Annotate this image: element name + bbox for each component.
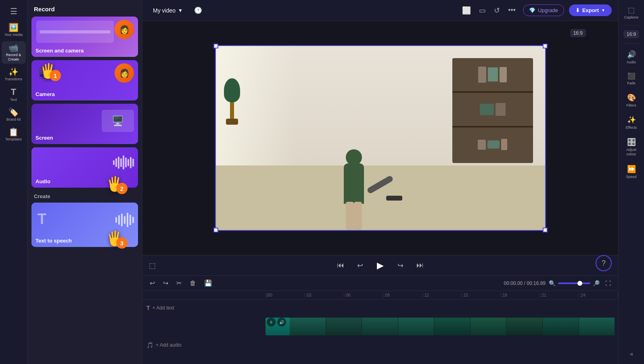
audio-card[interactable]: Audio xyxy=(31,147,138,188)
add-text-button[interactable]: + Add text xyxy=(153,305,174,311)
frame-3 xyxy=(362,318,398,335)
right-panel: ⬚ Captions 16:9 🔊 Audio ⬛ Fade 🎨 Filters… xyxy=(618,0,644,364)
aspect-ratio-control[interactable]: 16:9 xyxy=(623,30,639,38)
right-panel-effects[interactable]: ✨ Effects xyxy=(620,112,643,133)
history-button[interactable]: 🕐 xyxy=(192,4,205,17)
add-audio-button[interactable]: + Add audio xyxy=(156,342,182,348)
aspect-ratio-badge[interactable]: 16:9 xyxy=(570,27,586,39)
mute-track-button[interactable]: 🔊 xyxy=(277,318,286,326)
export-button[interactable]: ⬇ Export ▼ xyxy=(569,4,612,16)
tts-waveform xyxy=(115,213,134,227)
ruler-mark: :27 xyxy=(618,293,618,297)
canvas-handle-tl[interactable] xyxy=(213,44,218,48)
timeline-tracks: T + Add text ⏸ 🔊 xyxy=(142,300,618,353)
audio-panel-icon: 🔊 xyxy=(627,50,636,59)
ruler-mark: |00 xyxy=(266,293,305,297)
tts-label: Text to speech xyxy=(36,238,72,244)
canvas-handle-tr[interactable] xyxy=(543,44,548,48)
camera-card[interactable]: 👩 📱 Camera xyxy=(31,60,138,100)
timeline-ruler: |00 :03 :06 :09 :12 :15 :18 :21 :24 :27 … xyxy=(142,291,618,300)
skip-to-start-button[interactable]: ⏮ xyxy=(335,259,347,272)
captions-panel-button[interactable]: ⬚ Captions xyxy=(620,3,643,22)
top-bar: My video ▼ 🕐 ⬜ ▭ ↺ ••• 💎 Upgrade ⬇ Expor… xyxy=(142,0,618,21)
zoom-thumb xyxy=(577,281,582,286)
create-section-header: Create xyxy=(27,188,142,203)
delete-button[interactable]: 🗑 xyxy=(187,278,199,289)
frame-8 xyxy=(543,318,579,335)
fade-panel-icon: ⬛ xyxy=(627,72,636,80)
right-panel-audio[interactable]: 🔊 Audio xyxy=(620,47,643,67)
video-scene xyxy=(216,46,545,230)
zoom-slider[interactable] xyxy=(558,282,590,284)
playback-bar: ⬚ ⏮ ↩ ▶ ↪ ⏭ ⛶ xyxy=(142,255,618,275)
effects-panel-icon: ✨ xyxy=(627,115,636,124)
right-panel-speed[interactable]: ⏩ Speed xyxy=(620,161,643,182)
step-back-button[interactable]: ↩ xyxy=(355,259,366,272)
scene-floor xyxy=(216,165,545,230)
text-to-speech-card[interactable]: T Text to speech xyxy=(31,203,138,247)
record-panel: Record 👩 Screen and camera 👩 📱 Camera 🖥️… xyxy=(27,0,142,364)
undo-timeline-button[interactable]: ↩ xyxy=(147,278,157,289)
left-sidebar: ☰ 🖼️ Your media 📹 Record &Create ✨ Trans… xyxy=(0,0,27,364)
pause-track-button[interactable]: ⏸ xyxy=(267,318,276,326)
video-track-frames xyxy=(290,318,615,335)
play-button[interactable]: ▶ xyxy=(374,257,387,274)
ruler-mark: :03 xyxy=(305,293,344,297)
step-forward-button[interactable]: ↪ xyxy=(395,259,406,272)
record-panel-title: Record xyxy=(27,0,142,17)
aspect-ratio-label: 16:9 xyxy=(570,29,586,37)
sidebar-item-text[interactable]: T Text xyxy=(2,85,26,104)
undo-button[interactable]: ↺ xyxy=(491,4,502,17)
right-panel-adjust[interactable]: 🎛️ Adjust colour xyxy=(620,134,643,160)
video-title-text: My video xyxy=(153,7,176,14)
your-media-icon: 🖼️ xyxy=(8,23,19,31)
video-track-row: ⏸ 🔊 xyxy=(142,316,618,337)
redo-timeline-button[interactable]: ↪ xyxy=(161,278,171,289)
expand-timeline-button[interactable]: ⛶ xyxy=(603,278,613,288)
crop-button[interactable]: ⬜ xyxy=(460,4,473,17)
upgrade-button[interactable]: 💎 Upgrade xyxy=(523,4,564,16)
sidebar-item-record[interactable]: 📹 Record &Create xyxy=(2,41,26,64)
frame-7 xyxy=(506,318,543,335)
screen-and-camera-card[interactable]: 👩 Screen and camera xyxy=(31,17,138,57)
zoom-out-icon[interactable]: 🔍 xyxy=(549,280,556,287)
tts-t-icon: T xyxy=(38,211,46,228)
right-panel-collapse-icon[interactable]: ▼ xyxy=(628,351,634,357)
record-cards-list: 👩 Screen and camera 👩 📱 Camera 🖥️ Screen xyxy=(27,17,142,188)
captions-button[interactable]: ⬚ xyxy=(149,261,156,270)
transitions-icon: ✨ xyxy=(8,68,19,76)
templates-icon: 📋 xyxy=(8,128,19,136)
sidebar-item-brand-kit[interactable]: 🏷️ Brand kit xyxy=(2,106,26,124)
cut-button[interactable]: ✂ xyxy=(174,278,184,289)
skip-to-end-button[interactable]: ⏭ xyxy=(414,259,426,272)
resize-button[interactable]: ▭ xyxy=(477,4,488,17)
sidebar-item-your-media[interactable]: 🖼️ Your media xyxy=(2,21,26,40)
audio-track-row: 🎵 + Add audio xyxy=(142,339,618,351)
effects-panel-label: Effects xyxy=(626,126,637,130)
more-options-button[interactable]: ••• xyxy=(506,4,518,17)
zoom-in-icon[interactable]: 🔎 xyxy=(593,280,600,287)
help-button[interactable]: ? xyxy=(596,255,612,271)
screen-card[interactable]: 🖥️ Screen xyxy=(31,104,138,144)
video-title-button[interactable]: My video ▼ xyxy=(149,5,187,16)
hamburger-menu-button[interactable]: ☰ xyxy=(7,3,21,19)
top-bar-controls: ⬜ ▭ ↺ ••• xyxy=(460,4,518,17)
person-figure xyxy=(338,149,370,230)
video-track[interactable] xyxy=(266,318,615,335)
canvas-handle-br[interactable] xyxy=(543,228,548,232)
sidebar-item-transitions[interactable]: ✨ Transitions xyxy=(2,65,26,84)
frame-2 xyxy=(326,318,362,335)
video-track-controls: ⏸ 🔊 xyxy=(267,318,286,326)
audio-label: Audio xyxy=(36,178,50,184)
right-panel-fade[interactable]: ⬛ Fade xyxy=(620,69,643,88)
right-panel-filters[interactable]: 🎨 Filters xyxy=(620,90,643,111)
save-button[interactable]: 💾 xyxy=(202,278,215,289)
sidebar-item-templates[interactable]: 📋 Templates xyxy=(2,126,26,144)
captions-label: Captions xyxy=(624,15,639,19)
audio-track-icon: 🎵 xyxy=(146,342,153,348)
ruler-mark: :15 xyxy=(461,293,500,297)
canvas-handle-bl[interactable] xyxy=(213,228,218,232)
text-track-icon: T xyxy=(146,305,150,311)
right-panel-collapse: ▼ xyxy=(619,351,644,361)
timeline-toolbar: ↩ ↪ ✂ 🗑 💾 00:00.00 / 00:16.89 🔍 🔎 ⛶ xyxy=(142,276,618,291)
